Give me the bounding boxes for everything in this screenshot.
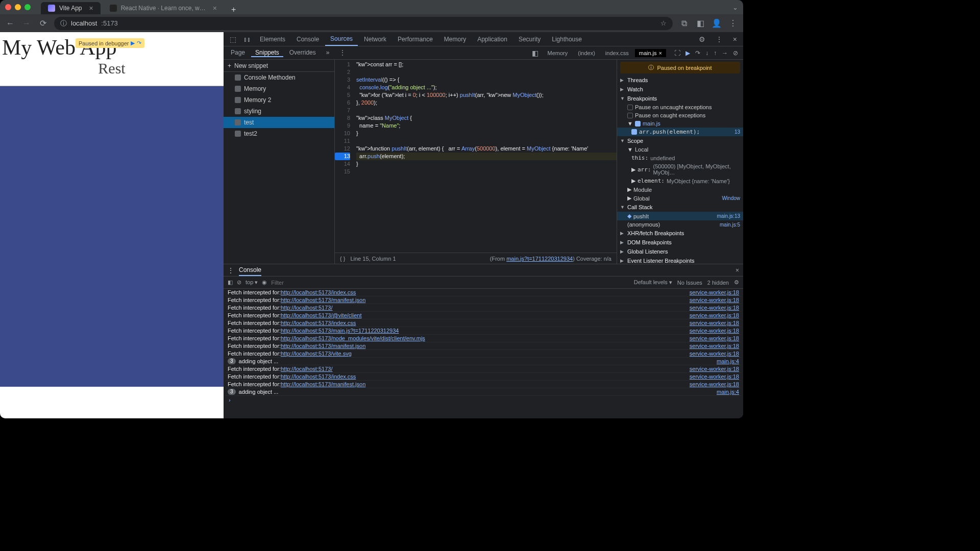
var-element[interactable]: ▶element: MyObject {name: 'Name'}	[617, 177, 743, 185]
log-url[interactable]: http://localhost:5173/manifest.json	[281, 343, 365, 349]
breakpoints-section[interactable]: ▼Breakpoints	[617, 94, 743, 103]
forward-button[interactable]: →	[21, 19, 32, 28]
tab-close-icon[interactable]: ×	[213, 4, 217, 12]
snippet-item[interactable]: Memory 2	[224, 94, 334, 106]
code-editor[interactable]: 123456789101112131415 "kw">const arr = […	[335, 60, 617, 264]
log-source-link[interactable]: service-worker.js:18	[690, 335, 739, 341]
hidden-label[interactable]: 2 hidden	[707, 280, 729, 286]
scope-module[interactable]: ▶Module	[617, 185, 743, 194]
log-url[interactable]: http://localhost:5173/node_modules/vite/…	[281, 335, 425, 341]
address-bar[interactable]: ⓘ localhost:5173 ☆	[54, 17, 673, 30]
snippet-item[interactable]: Memory	[224, 83, 334, 94]
log-url[interactable]: http://localhost:5173/index.css	[281, 289, 356, 295]
context-selector[interactable]: top ▾	[246, 279, 258, 286]
clear-icon[interactable]: ⊘	[237, 279, 241, 286]
log-source-link[interactable]: service-worker.js:18	[690, 343, 739, 349]
log-source-link[interactable]: service-worker.js:18	[690, 297, 739, 303]
deactivate-bp-icon[interactable]: ⊘	[733, 49, 738, 57]
log-source-link[interactable]: service-worker.js:18	[690, 328, 739, 334]
inspect-icon[interactable]: ⬚	[227, 35, 239, 43]
log-url[interactable]: http://localhost:5173/main.js?t=17112203…	[281, 328, 399, 334]
log-source-link[interactable]: main.js:4	[717, 389, 739, 395]
xhr-breakpoints-section[interactable]: ▶XHR/fetch Breakpoints	[617, 229, 743, 238]
log-url[interactable]: http://localhost:5173/manifest.json	[281, 381, 365, 387]
new-tab-button[interactable]: +	[226, 5, 241, 14]
snippet-item[interactable]: test2	[224, 128, 334, 139]
extensions-icon[interactable]: ⧉	[679, 19, 689, 28]
console-tab[interactable]: Console	[239, 264, 261, 276]
sidebar-icon[interactable]: ◧	[228, 279, 233, 286]
subtab-overrides[interactable]: Overrides	[285, 49, 320, 57]
sidebar-toggle-icon[interactable]: ◧	[529, 49, 542, 57]
log-source-link[interactable]: service-worker.js:18	[690, 320, 739, 326]
snippet-item[interactable]: test	[224, 117, 334, 128]
tab-close-icon[interactable]: ×	[89, 4, 93, 12]
close-icon[interactable]: ×	[730, 35, 740, 43]
dom-breakpoints-section[interactable]: ▶DOM Breakpoints	[617, 238, 743, 247]
snippet-item[interactable]: Console Methoden	[224, 72, 334, 83]
log-url[interactable]: http://localhost:5173/	[281, 366, 333, 372]
browser-tab[interactable]: React Native · Learn once, w… ×	[103, 2, 224, 14]
step-icon[interactable]: →	[722, 49, 728, 57]
log-url[interactable]: http://localhost:5173/manifest.json	[281, 297, 365, 303]
snippet-item[interactable]: styling	[224, 106, 334, 117]
reload-button[interactable]: ⟳	[38, 18, 48, 28]
star-icon[interactable]: ☆	[660, 19, 667, 27]
resume-icon[interactable]: ▶	[131, 40, 135, 46]
panel-security[interactable]: Security	[513, 32, 546, 46]
device-icon[interactable]: ⫾⫾	[240, 35, 254, 43]
more-icon[interactable]: ⋮	[228, 267, 234, 274]
settings-icon[interactable]: ⚙	[734, 279, 739, 286]
editor-tab-active[interactable]: main.js ×	[635, 49, 666, 57]
log-url[interactable]: http://localhost:5173/index.css	[281, 320, 356, 326]
step-over-icon[interactable]: ↷	[695, 49, 700, 57]
callstack-frame[interactable]: (anonymous)main.js:5	[617, 220, 743, 229]
scope-global[interactable]: ▶GlobalWindow	[617, 194, 743, 203]
panel-performance[interactable]: Performance	[393, 32, 438, 46]
filter-input[interactable]	[271, 280, 629, 286]
chevron-down-icon[interactable]: ⌄	[732, 4, 738, 11]
levels-selector[interactable]: Default levels ▾	[634, 279, 672, 286]
site-info-icon[interactable]: ⓘ	[60, 19, 67, 28]
resume-icon[interactable]: ▶	[685, 49, 690, 57]
log-source-link[interactable]: service-worker.js:18	[690, 312, 739, 318]
source-link[interactable]: main.js?t=1711220312934	[506, 256, 573, 262]
pause-uncaught-checkbox[interactable]: Pause on uncaught exceptions	[617, 103, 743, 111]
subtab-snippets[interactable]: Snippets	[251, 49, 283, 57]
log-source-link[interactable]: service-worker.js:18	[690, 350, 739, 357]
tab-close-icon[interactable]: ×	[659, 50, 662, 56]
issues-label[interactable]: No Issues	[677, 280, 702, 286]
step-out-icon[interactable]: ↑	[714, 49, 717, 57]
log-url[interactable]: http://localhost:5173/	[281, 305, 333, 311]
more-icon[interactable]: ⋮	[335, 49, 350, 57]
scope-section[interactable]: ▼Scope	[617, 136, 743, 145]
subtab-page[interactable]: Page	[227, 49, 249, 57]
var-arr[interactable]: ▶arr: (500000) [MyObject, MyObject, MyOb…	[617, 162, 743, 177]
bp-line[interactable]: arr.push(element);13	[617, 128, 743, 136]
scope-local[interactable]: ▼Local	[617, 145, 743, 154]
step-into-icon[interactable]: ↓	[705, 49, 708, 57]
event-listener-bp-section[interactable]: ▶Event Listener Breakpoints	[617, 256, 743, 264]
log-source-link[interactable]: service-worker.js:18	[690, 289, 739, 295]
editor-tab[interactable]: index.css	[601, 49, 633, 57]
settings-icon[interactable]: ⚙	[696, 35, 708, 43]
close-icon[interactable]: ×	[736, 267, 739, 274]
window-maximize-icon[interactable]	[24, 4, 31, 10]
editor-tab[interactable]: (index)	[574, 49, 599, 57]
eye-icon[interactable]: ◉	[262, 279, 267, 286]
log-url[interactable]: http://localhost:5173/vite.svg	[281, 350, 352, 357]
watch-section[interactable]: ▶Watch	[617, 85, 743, 94]
log-source-link[interactable]: service-worker.js:18	[690, 373, 739, 380]
log-source-link[interactable]: service-worker.js:18	[690, 366, 739, 372]
log-source-link[interactable]: service-worker.js:18	[690, 381, 739, 387]
log-source-link[interactable]: service-worker.js:18	[690, 305, 739, 311]
callstack-frame[interactable]: ◆pushItmain.js:13	[617, 212, 743, 220]
window-minimize-icon[interactable]	[15, 4, 21, 10]
console-prompt[interactable]: ›	[226, 396, 741, 404]
panel-memory[interactable]: Memory	[439, 32, 471, 46]
bp-file[interactable]: ▼main.js	[617, 119, 743, 128]
callstack-section[interactable]: ▼Call Stack	[617, 203, 743, 212]
expand-icon[interactable]: ⛶	[674, 49, 680, 57]
step-icon[interactable]: ↷	[137, 40, 141, 46]
panel-network[interactable]: Network	[359, 32, 391, 46]
